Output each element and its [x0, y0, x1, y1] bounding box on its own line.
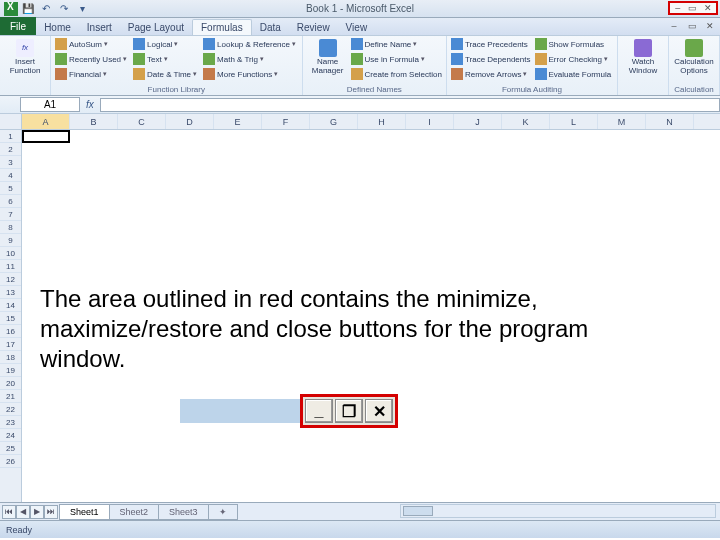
- financial-button[interactable]: Financial▾: [55, 67, 127, 81]
- inset-minimize-button[interactable]: _: [305, 399, 333, 423]
- redo-button[interactable]: ↷: [56, 2, 72, 16]
- col-header-F[interactable]: F: [262, 114, 310, 129]
- inset-maximize-button[interactable]: ❐: [335, 399, 363, 423]
- col-header-K[interactable]: K: [502, 114, 550, 129]
- row-header-8[interactable]: 8: [0, 221, 21, 234]
- doc-minimize-button[interactable]: –: [668, 20, 680, 32]
- calculation-options-button[interactable]: Calculation Options: [673, 37, 715, 78]
- quick-access-toolbar: 💾 ↶ ↷ ▾: [0, 2, 94, 16]
- active-cell[interactable]: [22, 130, 70, 143]
- evaluate-formula-button[interactable]: Evaluate Formula: [535, 67, 612, 81]
- sheet-tab-3[interactable]: Sheet3: [158, 504, 209, 520]
- doc-restore-button[interactable]: ▭: [686, 20, 698, 32]
- text-button[interactable]: Text▾: [133, 52, 197, 66]
- col-header-H[interactable]: H: [358, 114, 406, 129]
- first-sheet-button[interactable]: ⏮: [2, 505, 16, 519]
- insert-function-button[interactable]: fx Insert Function: [4, 37, 46, 78]
- row-header-4[interactable]: 4: [0, 169, 21, 182]
- fx-label[interactable]: fx: [86, 99, 94, 110]
- logical-button[interactable]: Logical▾: [133, 37, 197, 51]
- row-header-16[interactable]: 16: [0, 325, 21, 338]
- col-header-G[interactable]: G: [310, 114, 358, 129]
- row-header-11[interactable]: 11: [0, 260, 21, 273]
- create-from-selection-button[interactable]: Create from Selection: [351, 67, 442, 81]
- prev-sheet-button[interactable]: ◀: [16, 505, 30, 519]
- row-header-15[interactable]: 15: [0, 312, 21, 325]
- new-sheet-button[interactable]: ✦: [208, 504, 238, 520]
- row-header-22[interactable]: 22: [0, 403, 21, 416]
- row-header-23[interactable]: 23: [0, 416, 21, 429]
- close-button[interactable]: ✕: [701, 3, 716, 13]
- sheet-tab-1[interactable]: Sheet1: [59, 504, 110, 520]
- autosum-button[interactable]: AutoSum▾: [55, 37, 127, 51]
- select-all-corner[interactable]: [0, 114, 22, 130]
- tab-pagelayout[interactable]: Page Layout: [120, 19, 192, 35]
- more-functions-button[interactable]: More Functions▾: [203, 67, 296, 81]
- tab-formulas[interactable]: Formulas: [192, 19, 252, 35]
- file-tab[interactable]: File: [0, 17, 36, 35]
- row-header-6[interactable]: 6: [0, 195, 21, 208]
- name-box[interactable]: [20, 97, 80, 112]
- tab-home[interactable]: Home: [36, 19, 79, 35]
- row-header-20[interactable]: 20: [0, 377, 21, 390]
- define-name-button[interactable]: Define Name▾: [351, 37, 442, 51]
- lookup-button[interactable]: Lookup & Reference▾: [203, 37, 296, 51]
- tab-insert[interactable]: Insert: [79, 19, 120, 35]
- row-header-24[interactable]: 24: [0, 429, 21, 442]
- row-header-9[interactable]: 9: [0, 234, 21, 247]
- text-icon: [133, 53, 145, 65]
- undo-button[interactable]: ↶: [38, 2, 54, 16]
- scroll-thumb[interactable]: [403, 506, 433, 516]
- inset-close-button[interactable]: ✕: [365, 399, 393, 423]
- row-header-14[interactable]: 14: [0, 299, 21, 312]
- show-formulas-button[interactable]: Show Formulas: [535, 37, 612, 51]
- row-header-12[interactable]: 12: [0, 273, 21, 286]
- row-header-7[interactable]: 7: [0, 208, 21, 221]
- col-header-E[interactable]: E: [214, 114, 262, 129]
- col-header-B[interactable]: B: [70, 114, 118, 129]
- recently-used-button[interactable]: Recently Used▾: [55, 52, 127, 66]
- row-header-25[interactable]: 25: [0, 442, 21, 455]
- horizontal-scrollbar[interactable]: [400, 504, 716, 518]
- maximize-button[interactable]: ▭: [685, 3, 700, 13]
- mathtrig-button[interactable]: Math & Trig▾: [203, 52, 296, 66]
- watch-window-button[interactable]: Watch Window: [622, 37, 664, 78]
- row-header-5[interactable]: 5: [0, 182, 21, 195]
- col-header-C[interactable]: C: [118, 114, 166, 129]
- tab-review[interactable]: Review: [289, 19, 338, 35]
- trace-dependents-button[interactable]: Trace Dependents: [451, 52, 531, 66]
- row-header-17[interactable]: 17: [0, 338, 21, 351]
- row-header-18[interactable]: 18: [0, 351, 21, 364]
- trace-precedents-button[interactable]: Trace Precedents: [451, 37, 531, 51]
- error-checking-button[interactable]: Error Checking▾: [535, 52, 612, 66]
- sheet-tab-2[interactable]: Sheet2: [109, 504, 160, 520]
- use-in-formula-button[interactable]: Use in Formula▾: [351, 52, 442, 66]
- next-sheet-button[interactable]: ▶: [30, 505, 44, 519]
- formula-bar[interactable]: [100, 98, 720, 112]
- datetime-button[interactable]: Date & Time▾: [133, 67, 197, 81]
- col-header-D[interactable]: D: [166, 114, 214, 129]
- col-header-L[interactable]: L: [550, 114, 598, 129]
- col-header-N[interactable]: N: [646, 114, 694, 129]
- col-header-M[interactable]: M: [598, 114, 646, 129]
- minimize-button[interactable]: –: [670, 3, 685, 13]
- col-header-A[interactable]: A: [22, 114, 70, 129]
- row-header-21[interactable]: 21: [0, 390, 21, 403]
- col-header-J[interactable]: J: [454, 114, 502, 129]
- row-header-19[interactable]: 19: [0, 364, 21, 377]
- row-header-10[interactable]: 10: [0, 247, 21, 260]
- tab-view[interactable]: View: [338, 19, 376, 35]
- col-header-I[interactable]: I: [406, 114, 454, 129]
- row-header-3[interactable]: 3: [0, 156, 21, 169]
- save-button[interactable]: 💾: [20, 2, 36, 16]
- qat-dropdown-icon[interactable]: ▾: [74, 2, 90, 16]
- remove-arrows-button[interactable]: Remove Arrows▾: [451, 67, 531, 81]
- row-header-26[interactable]: 26: [0, 455, 21, 468]
- sigma-icon: [55, 38, 67, 50]
- last-sheet-button[interactable]: ⏭: [44, 505, 58, 519]
- row-header-13[interactable]: 13: [0, 286, 21, 299]
- tab-data[interactable]: Data: [252, 19, 289, 35]
- doc-close-button[interactable]: ✕: [704, 20, 716, 32]
- row-header-2[interactable]: 2: [0, 143, 21, 156]
- row-header-1[interactable]: 1: [0, 130, 21, 143]
